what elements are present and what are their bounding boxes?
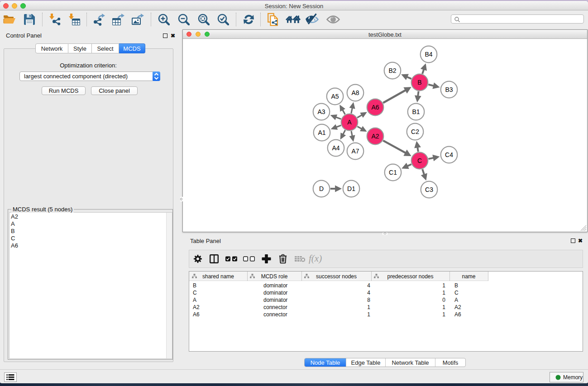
svg-text:B: B	[417, 79, 421, 86]
svg-text:C3: C3	[425, 186, 433, 193]
svg-text:A7: A7	[351, 148, 359, 155]
svg-text:A4: A4	[332, 144, 339, 152]
svg-text:B4: B4	[425, 51, 432, 58]
svg-text:D: D	[319, 185, 324, 192]
svg-text:C4: C4	[445, 151, 453, 158]
svg-text:B2: B2	[388, 67, 396, 74]
svg-text:A6: A6	[371, 104, 379, 111]
svg-text:B3: B3	[445, 86, 453, 93]
svg-text:A5: A5	[331, 93, 339, 100]
svg-text:D1: D1	[347, 185, 355, 192]
svg-text:A3: A3	[317, 108, 325, 115]
svg-text:A8: A8	[351, 89, 359, 96]
svg-text:A1: A1	[318, 129, 325, 136]
svg-text:C: C	[417, 157, 422, 164]
svg-text:A2: A2	[371, 133, 379, 140]
svg-text:A: A	[347, 119, 352, 126]
svg-text:C2: C2	[411, 128, 419, 135]
svg-text:C1: C1	[389, 169, 397, 176]
svg-text:B1: B1	[412, 108, 420, 115]
